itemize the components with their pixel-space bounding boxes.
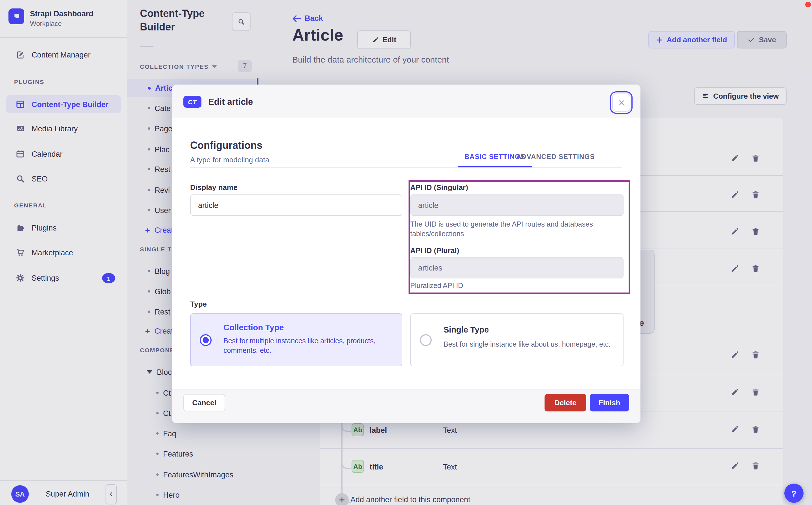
collection-type-option[interactable]: Collection Type Best for multiple instan… xyxy=(190,313,402,366)
single-type-description: Best for single instance like about us, … xyxy=(444,340,618,349)
radio-selected-icon[interactable] xyxy=(200,334,212,346)
close-icon xyxy=(617,99,625,106)
finish-button[interactable]: Finish xyxy=(590,394,629,411)
configurations-subtitle: A type for modeling data xyxy=(190,156,269,164)
configurations-title: Configurations xyxy=(190,140,262,152)
type-label: Type xyxy=(190,300,207,308)
modal-title: Edit article xyxy=(208,97,253,107)
modal-header: CT Edit article xyxy=(172,85,641,118)
app: Strapi Dashboard Workplace Content Manag… xyxy=(0,0,812,505)
annotation-highlight-box xyxy=(409,180,630,294)
display-name-input[interactable]: article xyxy=(190,194,402,216)
content-type-badge: CT xyxy=(184,96,202,108)
modal-footer: Cancel Delete Finish xyxy=(172,389,641,423)
display-name-label: Display name xyxy=(190,183,238,192)
delete-button[interactable]: Delete xyxy=(545,394,586,411)
collection-type-description: Best for multiple instances like article… xyxy=(223,336,387,356)
single-type-option[interactable]: Single Type Best for single instance lik… xyxy=(410,313,623,366)
help-button[interactable]: ? xyxy=(784,484,804,503)
tab-advanced-settings[interactable]: ADVANCED SETTINGS xyxy=(509,148,601,166)
divider xyxy=(190,167,622,168)
collection-type-title: Collection Type xyxy=(223,323,284,332)
single-type-title: Single Type xyxy=(444,325,489,334)
recording-indicator-dot xyxy=(805,2,811,7)
close-button[interactable] xyxy=(612,94,630,112)
radio-unselected-icon[interactable] xyxy=(420,334,432,346)
cancel-button[interactable]: Cancel xyxy=(184,394,225,411)
